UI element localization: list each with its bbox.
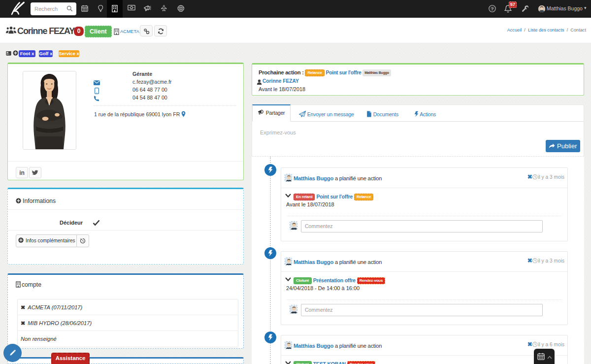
svg-text:?: ? [491,6,493,11]
